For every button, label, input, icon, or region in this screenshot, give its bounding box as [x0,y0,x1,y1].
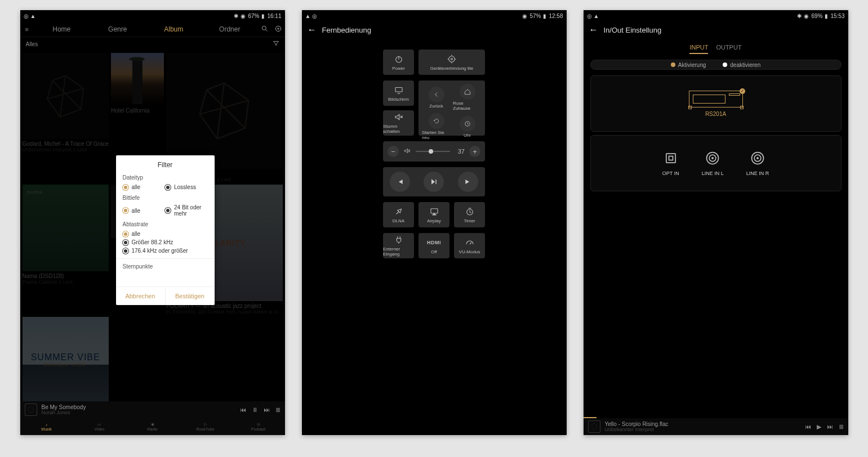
prev-icon[interactable]: ⏮ [805,423,811,431]
mute-button[interactable]: Stumm schalten [383,110,414,136]
play-icon[interactable]: ▶ [817,423,821,431]
playlist-icon[interactable]: ≣ [839,423,844,431]
radio-rate-88[interactable]: Größer 88.2 kHz [123,239,208,245]
power-button[interactable]: Power [383,50,414,75]
prev-icon[interactable]: ⏮ [240,406,246,414]
inputs-panel: OPT IN LINE IN L LINE IN R [590,135,842,191]
search-icon[interactable] [258,25,271,34]
screen-button[interactable]: Bildschirm [383,80,414,106]
menu-icon[interactable]: ≡ [20,26,34,33]
tab-genre[interactable]: Genre [90,25,146,33]
radio-rate-176[interactable]: 176.4 kHz oder größer [123,248,208,254]
radio-bitdepth-24[interactable]: 24 Bit oder mehr [165,204,208,217]
bottom-nav: ♪Musik ▭Video ◉Radio ▷RoseTube ◎Podcast [20,418,285,435]
status-icon: ◎ [24,13,29,19]
back-button[interactable]: Zurück [429,87,444,109]
confirm-button[interactable]: Bestätigen [166,287,215,305]
tab-input[interactable]: INPUT [689,44,708,54]
next-icon[interactable]: ⏭ [827,423,833,431]
airplay-button[interactable]: Airplay [419,202,449,227]
tab-output[interactable]: OUTPUT [716,44,741,54]
radio-rate-all[interactable]: alle [123,231,208,237]
toggle-on[interactable]: Aktivierung [671,62,706,68]
svg-point-7 [449,56,455,62]
nav-music[interactable]: ♪Musik [20,418,73,435]
radio-filetype-all[interactable]: alle [123,184,166,190]
hdmi-button[interactable]: HDMI Off [419,233,449,258]
activation-toggle: Aktivierung deaktivieren [590,60,842,70]
svg-rect-12 [431,208,438,213]
album-item[interactable]: Godard, Michel - A Trace Of Grace Unbeka… [23,53,109,182]
nav-pad: Zurück Rose Zuhause Starten Sie neu Uhr [419,80,485,136]
svg-rect-9 [395,87,402,92]
timer-button[interactable]: Timer [454,202,485,227]
page-title: In/Out Einstellung [604,26,662,34]
sub-bar: Alles [20,37,285,51]
playlist-icon[interactable]: ≣ [275,406,281,414]
tab-album[interactable]: Album [146,25,202,33]
vol-up-button[interactable]: + [469,146,480,157]
input-line-r[interactable]: LINE IN R [746,150,769,176]
pairing-button[interactable]: Geräteverbindung lite [419,50,485,75]
tab-home[interactable]: Home [34,25,90,33]
tab-folder[interactable]: Ordner [202,25,258,33]
battery-icon: ▮ [543,13,546,19]
io-tabs: INPUT OUTPUT [584,44,848,54]
restart-button[interactable]: Starten Sie neu [422,113,451,140]
volume-slider[interactable]: − 37 + [383,141,485,162]
svg-point-18 [712,158,713,159]
home-button[interactable]: Rose Zuhause [453,84,482,111]
status-bar: ◎ ▲ ✱ ◉ 67% ▮ 16:11 [20,10,285,21]
svg-marker-5 [28,406,34,413]
svg-marker-22 [591,423,597,429]
top-tabs: ≡ Home Genre Album Ordner [20,21,285,37]
pause-icon[interactable]: ⏸ [252,406,258,414]
battery-icon: ▮ [825,13,828,19]
vol-down-button[interactable]: − [388,146,399,157]
back-icon[interactable]: ← [308,25,317,35]
status-icon: ▲ [30,13,36,19]
wifi-icon: ◉ [241,13,246,19]
svg-point-2 [277,28,278,29]
filter-icon[interactable] [273,40,279,48]
now-playing-bar[interactable]: Be My Somebody Norah Jones ⏮ ⏸ ⏭ ≣ [20,401,285,418]
svg-point-1 [275,26,281,31]
dlna-button[interactable]: DLNA [383,202,414,227]
nav-video[interactable]: ▭Video [73,418,126,435]
clock-button[interactable]: Uhr [460,116,475,138]
speaker-icon [403,147,411,156]
next-button[interactable] [458,172,478,192]
cancel-button[interactable]: Abbrechen [116,287,166,305]
radio-filetype-lossless[interactable]: Lossless [165,184,208,190]
back-icon[interactable]: ← [589,25,598,35]
playpause-button[interactable] [424,172,444,192]
settings-icon[interactable] [271,25,285,34]
page-title: Fernbedienung [322,26,371,34]
input-line-l[interactable]: LINE IN L [702,150,724,176]
toggle-off[interactable]: deaktivieren [723,62,760,68]
vu-button[interactable]: VU-Modus [454,233,485,258]
nav-radio[interactable]: ◉Radio [126,418,179,435]
filter-chip[interactable]: Alles [26,41,38,47]
prev-button[interactable] [390,172,410,192]
input-opt-in[interactable]: OPT IN [662,150,679,176]
battery-icon: ▮ [261,13,265,19]
next-icon[interactable]: ⏭ [264,406,270,414]
album-item[interactable]: nama Nama (DSD128) Puerta Caliente 1 Lie… [23,185,109,314]
svg-point-21 [757,158,758,159]
radio-bitdepth-all[interactable]: alle [123,204,166,217]
status-bar: ▲◎ ◉ 57% ▮ 12:58 [302,10,567,21]
now-playing-bar[interactable]: Yello - Scorpio Rising.flac Unbekannter … [584,418,848,435]
svg-rect-15 [669,156,673,160]
dialog-title: Filter [123,161,208,169]
svg-rect-14 [666,154,675,163]
ext-input-button[interactable]: Externer Eingang [383,233,414,258]
svg-rect-11 [436,180,437,184]
check-icon: ✓ [740,88,745,94]
device-panel[interactable]: ✓ RS201A [590,75,842,132]
nav-rosetube[interactable]: ▷RoseTube [179,418,232,435]
nav-podcast[interactable]: ◎Podcast [232,418,285,435]
header: ← In/Out Einstellung [584,21,848,38]
svg-point-0 [262,26,266,30]
album-art-icon [25,404,37,416]
